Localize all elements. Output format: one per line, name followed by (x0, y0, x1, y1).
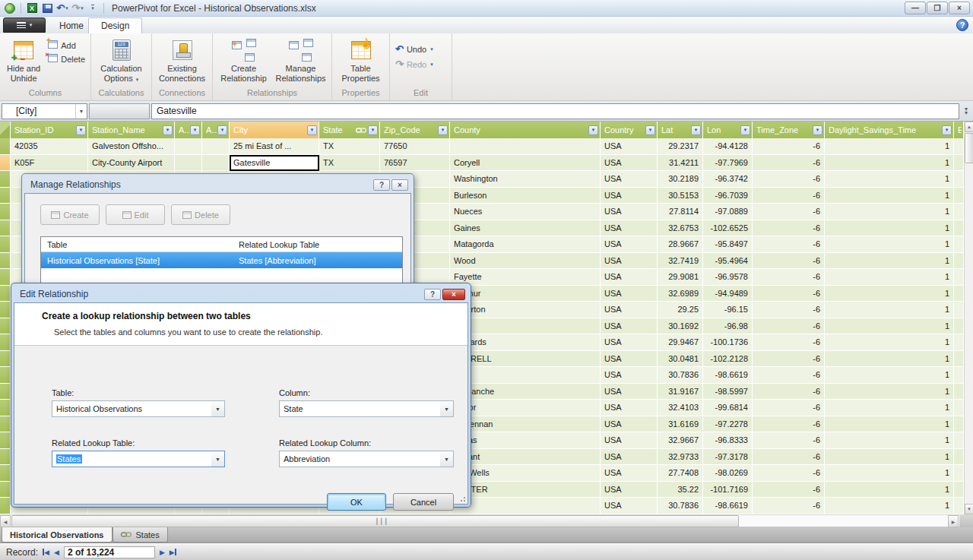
grid-cell[interactable]: POTTER (450, 482, 601, 498)
grid-cell[interactable]: -6 (753, 384, 825, 400)
grid-cell[interactable]: USA (601, 138, 658, 155)
grid-cell[interactable]: 31.6169 (658, 416, 703, 433)
grid-cell[interactable]: 32.7419 (658, 253, 703, 270)
row-selector[interactable] (0, 318, 11, 335)
minimize-button[interactable]: — (905, 2, 926, 14)
grid-cell[interactable]: -6 (753, 465, 825, 482)
cancel-button[interactable]: Cancel (393, 493, 454, 511)
grid-cell[interactable] (175, 138, 202, 155)
grid-cell[interactable]: USA (601, 384, 658, 400)
related-lookup-table-combobox[interactable]: States▼ (52, 451, 225, 467)
grid-cell[interactable]: 1 (825, 384, 954, 400)
filter-dropdown-icon[interactable]: ▼ (813, 125, 822, 135)
grid-cell[interactable]: -98.6619 (703, 498, 753, 514)
grid-cell[interactable]: -96.98 (703, 318, 753, 335)
grid-cell[interactable]: -6 (753, 269, 825, 286)
row-selector[interactable] (0, 188, 11, 204)
grid-cell[interactable]: -6 (753, 286, 825, 302)
grid-cell[interactable]: -98.0269 (703, 465, 753, 482)
related-lookup-column-combobox[interactable]: Abbreviation▼ (279, 451, 454, 467)
column-header-lon[interactable]: Lon▼ (703, 122, 753, 138)
grid-cell[interactable]: USA (601, 236, 658, 253)
grid-cell[interactable]: -94.9489 (703, 286, 753, 302)
manage-dialog-title-bar[interactable]: Manage Relationships ? × (24, 176, 411, 193)
resize-grip[interactable] (458, 494, 465, 501)
grid-cell[interactable]: 29.9081 (658, 269, 703, 286)
grid-cell[interactable] (954, 334, 964, 351)
grid-cell[interactable]: USA (601, 498, 658, 514)
grid-cell[interactable] (954, 318, 964, 335)
close-button[interactable]: × (949, 2, 970, 14)
grid-cell[interactable]: 30.1692 (658, 318, 703, 335)
grid-cell[interactable]: USA (601, 400, 658, 416)
create-relationship-button[interactable]: ✦ Create Relationship (216, 35, 271, 84)
grid-cell[interactable]: USA (601, 302, 658, 318)
grid-cell[interactable] (954, 253, 964, 270)
filter-dropdown-icon[interactable]: ▼ (368, 125, 378, 135)
grid-cell[interactable]: 28.9667 (658, 236, 703, 253)
scroll-up-icon[interactable]: ▲ (965, 122, 973, 132)
delete-column-button[interactable]: × Delete (46, 53, 87, 65)
chevron-down-icon[interactable]: ▼ (211, 401, 224, 416)
grid-cell[interactable]: 42035 (11, 138, 88, 155)
grid-cell[interactable]: USA (601, 367, 658, 384)
grid-cell[interactable]: 1 (825, 465, 954, 482)
grid-cell[interactable] (954, 236, 964, 253)
grid-cell[interactable]: Matagorda (450, 236, 601, 253)
restore-button[interactable]: ❐ (927, 2, 948, 14)
manage-help-icon[interactable]: ? (373, 179, 390, 191)
help-icon[interactable]: ? (956, 19, 968, 31)
grid-cell[interactable]: 1 (825, 400, 954, 416)
filter-dropdown-icon[interactable]: ▼ (76, 125, 86, 135)
calculation-options-button[interactable]: Calculation Options ▾ (94, 35, 148, 84)
previous-record-button[interactable]: ◀ (54, 549, 59, 556)
column-combobox[interactable]: State▼ (279, 400, 454, 417)
grid-cell[interactable]: -97.7969 (703, 155, 753, 172)
sheet-tab-states[interactable]: States (113, 527, 168, 543)
grid-cell[interactable]: -97.2278 (703, 416, 753, 433)
grid-cell[interactable]: 1 (825, 334, 954, 351)
row-selector[interactable] (0, 155, 11, 172)
name-box-dropdown-icon[interactable]: ▼ (75, 104, 87, 119)
row-selector[interactable] (0, 269, 11, 286)
column-header-a[interactable]: A...▼ (202, 122, 230, 138)
grid-cell[interactable]: 29.25 (658, 302, 703, 318)
grid-cell[interactable]: USA (601, 482, 658, 498)
grid-cell[interactable]: 1 (825, 188, 954, 204)
filter-dropdown-icon[interactable]: ▼ (217, 125, 227, 135)
grid-cell[interactable] (954, 367, 964, 384)
grid-cell[interactable]: Wood (450, 253, 601, 270)
grid-cell[interactable]: Burleson (450, 188, 601, 204)
grid-cell[interactable]: -6 (753, 302, 825, 318)
grid-cell[interactable] (450, 138, 601, 155)
horizontal-scrollbar[interactable]: ◀ ┃┃┃ ▶ (0, 514, 959, 527)
chevron-down-icon[interactable]: ▼ (440, 401, 453, 416)
edit-close-icon[interactable]: × (442, 289, 465, 300)
grid-cell[interactable] (954, 138, 964, 155)
grid-cell[interactable]: Washington (450, 171, 601, 188)
grid-cell[interactable] (202, 155, 230, 172)
grid-cell[interactable]: -6 (753, 155, 825, 172)
grid-cell[interactable]: 32.4103 (658, 400, 703, 416)
grid-cell[interactable]: -6 (753, 498, 825, 514)
grid-cell[interactable]: -6 (753, 204, 825, 220)
grid-cell[interactable]: USA (601, 351, 658, 368)
grid-cell[interactable]: -97.0889 (703, 204, 753, 220)
row-selector[interactable] (0, 286, 11, 302)
grid-cell[interactable]: 30.7836 (658, 367, 703, 384)
grid-cell[interactable]: -102.6525 (703, 220, 753, 237)
grid-cell[interactable] (954, 498, 964, 514)
last-record-button[interactable]: ▶ (170, 549, 176, 556)
create-relationship-dialog-button[interactable]: Create (40, 204, 100, 225)
grid-cell[interactable]: 35.22 (658, 482, 703, 498)
edit-dialog-title-bar[interactable]: Edit Relationship ? × (14, 286, 468, 302)
ribbon-redo-button[interactable]: ↷ Redo▾ (393, 58, 436, 71)
grid-cell[interactable]: USA (601, 449, 658, 466)
next-record-button[interactable]: ▶ (160, 549, 165, 556)
app-menu-button[interactable]: ▾ (3, 17, 46, 33)
grid-cell[interactable]: USA (601, 188, 658, 204)
grid-cell[interactable]: -95.4964 (703, 253, 753, 270)
existing-connections-button[interactable]: Existing Connections (155, 35, 209, 84)
grid-cell[interactable]: 1 (825, 432, 954, 449)
row-selector[interactable] (0, 236, 11, 253)
